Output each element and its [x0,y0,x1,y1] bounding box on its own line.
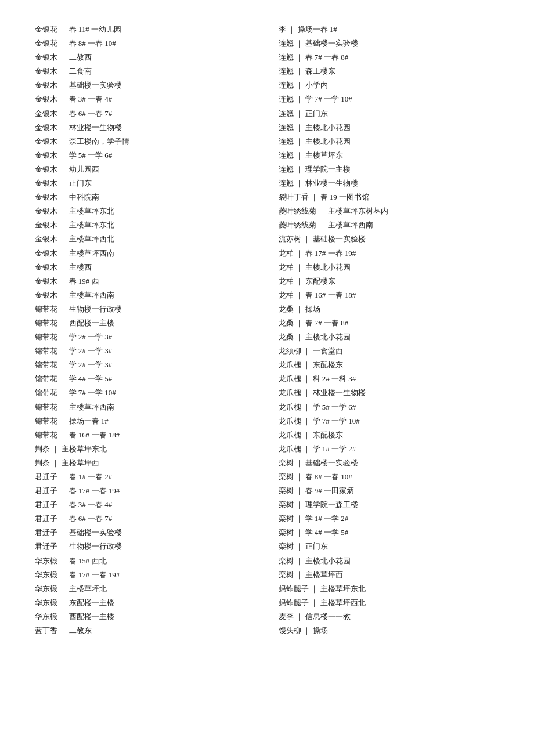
list-item: 连翘 ｜ 理学院一主楼 [279,163,499,176]
item-text: 金银木 ｜ 二食南 [35,65,92,78]
list-item: 锦带花 ｜ 学 7# 一学 10# [35,386,255,399]
item-text: 栾树 ｜ 基础楼一实验楼 [279,457,358,469]
item-text: 龙爪槐 ｜ 科 2# 一科 3# [279,372,356,385]
list-item: 金银木 ｜ 幼儿园西 [35,163,255,176]
item-text: 连翘 ｜ 春 7# 一春 8# [279,51,348,64]
list-item: 君迁子 ｜ 生物楼一行政楼 [35,540,255,553]
item-text: 连翘 ｜ 主楼北小花园 [279,121,351,134]
list-item: 君迁子 ｜ 春 6# 一春 7# [35,512,255,525]
item-text: 金银木 ｜ 春 19# 西 [35,275,99,288]
item-text: 金银木 ｜ 主楼草坪东北 [35,205,114,218]
item-text: 华东椴 ｜ 主楼草坪北 [35,583,107,595]
item-text: 流苏树 ｜ 基础楼一实验楼 [279,233,366,245]
list-item: 栾树 ｜ 春 9# 一田家炳 [279,484,499,497]
item-text: 蚂蚱腿子 ｜ 主楼草坪东北 [279,583,366,595]
list-item: 李 ｜ 操场一春 1# [279,23,499,36]
item-text: 龙爪槐 ｜ 学 7# 一学 10# [279,415,360,428]
item-text: 锦带花 ｜ 西配楼一主楼 [35,317,114,330]
item-text: 金银花 ｜ 春 11# 一幼儿园 [35,23,121,36]
list-item: 金银木 ｜ 春 19# 西 [35,275,255,288]
item-text: 连翘 ｜ 林业楼一生物楼 [279,177,358,190]
list-item: 荆条 ｜ 主楼草坪东北 [35,443,255,455]
list-item: 连翘 ｜ 森工楼东 [279,65,499,78]
list-item: 龙爪槐 ｜ 学 1# 一学 2# [279,443,499,455]
item-text: 金银木 ｜ 幼儿园西 [35,163,99,176]
list-item: 龙柏 ｜ 春 16# 一春 18# [279,289,499,302]
item-text: 龙爪槐 ｜ 东配楼东 [279,429,343,442]
list-item: 连翘 ｜ 林业楼一生物楼 [279,177,499,190]
item-text: 锦带花 ｜ 生物楼一行政楼 [35,303,122,316]
list-item: 锦带花 ｜ 操场一春 1# [35,415,255,428]
item-text: 龙桑 ｜ 春 7# 一春 8# [279,317,348,330]
item-text: 君迁子 ｜ 春 3# 一春 4# [35,498,112,511]
list-item: 龙爪槐 ｜ 东配楼东 [279,359,499,371]
item-text: 栾树 ｜ 春 9# 一田家炳 [279,484,354,497]
item-text: 君迁子 ｜ 基础楼一实验楼 [35,526,122,539]
item-text: 金银木 ｜ 春 3# 一春 4# [35,93,112,106]
item-text: 锦带花 ｜ 春 16# 一春 18# [35,429,120,442]
list-item: 金银木 ｜ 主楼草坪西北 [35,233,255,245]
list-item: 金银木 ｜ 森工楼南，学子情 [35,135,255,148]
list-item: 栾树 ｜ 主楼草坪西 [279,569,499,581]
list-item: 栾树 ｜ 学 1# 一学 2# [279,512,499,525]
item-text: 连翘 ｜ 学 7# 一学 10# [279,93,352,106]
list-item: 华东椴 ｜ 春 15# 西北 [35,555,255,567]
item-text: 连翘 ｜ 主楼草坪东 [279,149,343,162]
item-text: 金银木 ｜ 中科院南 [35,191,99,204]
item-text: 金银木 ｜ 主楼草坪西南 [35,289,114,302]
list-item: 锦带花 ｜ 学 2# 一学 3# [35,331,255,343]
list-item: 金银木 ｜ 主楼草坪西南 [35,247,255,260]
item-text: 君迁子 ｜ 春 17# 一春 19# [35,484,120,497]
item-text: 锦带花 ｜ 学 7# 一学 10# [35,386,116,399]
list-item: 龙柏 ｜ 主楼北小花园 [279,261,499,274]
list-item: 金银木 ｜ 主楼西 [35,261,255,274]
list-item: 金银花 ｜ 春 8# 一春 10# [35,37,255,50]
list-item: 菱叶绣线菊 ｜ 主楼草坪西南 [279,219,499,231]
main-content: 金银花 ｜ 春 11# 一幼儿园金银花 ｜ 春 8# 一春 10#金银木 ｜ 二… [35,23,499,637]
item-text: 龙爪槐 ｜ 林业楼一生物楼 [279,386,366,399]
list-item: 金银木 ｜ 学 5# 一学 6# [35,149,255,162]
list-item: 栾树 ｜ 基础楼一实验楼 [279,457,499,469]
item-text: 龙须柳 ｜ 一食堂西 [279,345,343,357]
list-item: 连翘 ｜ 主楼北小花园 [279,121,499,134]
item-text: 连翘 ｜ 正门东 [279,107,328,120]
item-text: 连翘 ｜ 主楼北小花园 [279,135,351,148]
item-text: 栾树 ｜ 正门东 [279,540,328,553]
list-item: 菱叶绣线菊 ｜ 主楼草坪东树丛内 [279,205,499,218]
item-text: 金银木 ｜ 正门东 [35,177,92,190]
list-item: 金银木 ｜ 中科院南 [35,191,255,204]
item-text: 华东椴 ｜ 东配楼一主楼 [35,596,114,609]
list-item: 华东椴 ｜ 主楼草坪北 [35,583,255,595]
item-text: 栾树 ｜ 理学院一森工楼 [279,498,358,511]
item-text: 锦带花 ｜ 操场一春 1# [35,415,109,428]
item-text: 锦带花 ｜ 学 2# 一学 3# [35,345,112,357]
list-item: 蚂蚱腿子 ｜ 主楼草坪东北 [279,583,499,595]
item-text: 龙桑 ｜ 主楼北小花园 [279,331,351,343]
item-text: 荆条 ｜ 主楼草坪西 [35,457,99,469]
list-item: 华东椴 ｜ 春 17# 一春 19# [35,569,255,581]
item-text: 麦李 ｜ 信息楼一一教 [279,610,351,623]
list-item: 连翘 ｜ 春 7# 一春 8# [279,51,499,64]
list-item: 荆条 ｜ 主楼草坪西 [35,457,255,469]
item-text: 栾树 ｜ 主楼草坪西 [279,569,343,581]
list-item: 锦带花 ｜ 学 2# 一学 3# [35,345,255,357]
item-text: 栾树 ｜ 学 4# 一学 5# [279,526,348,539]
item-text: 金银木 ｜ 二教西 [35,51,92,64]
list-item: 栾树 ｜ 春 8# 一春 10# [279,471,499,483]
item-text: 君迁子 ｜ 春 6# 一春 7# [35,512,112,525]
item-text: 金银木 ｜ 主楼草坪东北 [35,219,114,231]
list-item: 锦带花 ｜ 学 4# 一学 5# [35,372,255,385]
list-item: 栾树 ｜ 理学院一森工楼 [279,498,499,511]
list-item: 龙须柳 ｜ 一食堂西 [279,345,499,357]
item-text: 荆条 ｜ 主楼草坪东北 [35,443,107,455]
list-item: 龙爪槐 ｜ 东配楼东 [279,429,499,442]
item-text: 裂叶丁香 ｜ 春 19 一图书馆 [279,191,369,204]
list-item: 君迁子 ｜ 春 17# 一春 19# [35,484,255,497]
list-item: 金银花 ｜ 春 11# 一幼儿园 [35,23,255,36]
item-text: 菱叶绣线菊 ｜ 主楼草坪西南 [279,219,373,231]
list-item: 华东椴 ｜ 西配楼一主楼 [35,610,255,623]
list-item: 华东椴 ｜ 东配楼一主楼 [35,596,255,609]
list-item: 金银木 ｜ 二食南 [35,65,255,78]
item-text: 馒头柳 ｜ 操场 [279,624,328,637]
list-item: 龙柏 ｜ 东配楼东 [279,275,499,288]
